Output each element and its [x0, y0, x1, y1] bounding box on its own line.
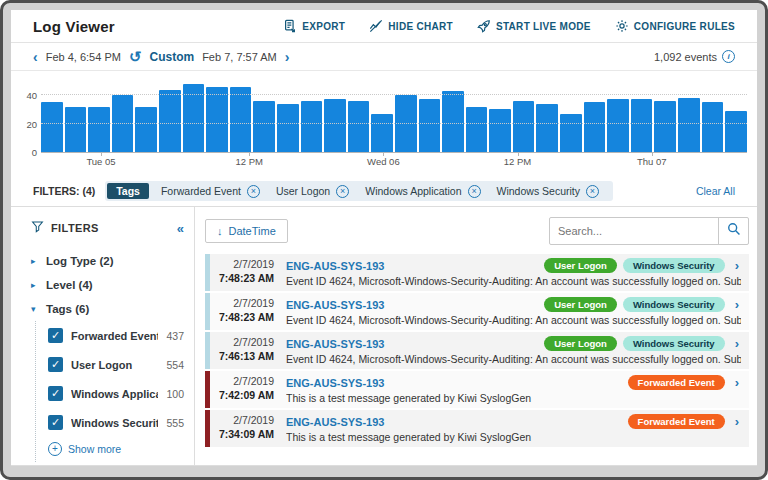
log-row[interactable]: 2/7/20197:34:09 AMENG-AUS-SYS-193Forward…: [205, 410, 749, 447]
checkbox-checked-icon[interactable]: ✓: [48, 415, 63, 430]
tag-pill-user-logon[interactable]: User Logon: [544, 297, 617, 312]
info-icon[interactable]: i: [722, 50, 735, 63]
tag-pill-windows-security[interactable]: Windows Security: [623, 297, 725, 312]
tag-pill-user-logon[interactable]: User Logon: [544, 258, 617, 273]
header-action-hide-chart[interactable]: HIDE CHART: [369, 19, 453, 35]
histogram-bar[interactable]: [584, 102, 606, 152]
histogram-bar[interactable]: [253, 101, 275, 152]
events-histogram: 02040 Tue 0512 PMWed 0612 PMThu 07: [11, 71, 757, 177]
tag-pill-user-logon[interactable]: User Logon: [544, 336, 617, 351]
histogram-bar[interactable]: [607, 99, 629, 152]
log-row[interactable]: 2/7/20197:48:23 AMENG-AUS-SYS-193User Lo…: [205, 254, 749, 291]
histogram-bar[interactable]: [277, 104, 299, 152]
histogram-bar[interactable]: [135, 107, 157, 152]
header-action-export[interactable]: EXPORT: [283, 19, 345, 35]
filter-item-windows-application[interactable]: ✓Windows Application100: [48, 379, 184, 408]
histogram-bar[interactable]: [348, 101, 370, 152]
log-time: 7:48:23 AM: [210, 272, 274, 284]
filter-group-log[interactable]: ▸Log Type (2): [31, 249, 184, 273]
header-action-configure-rules[interactable]: CONFIGURE RULES: [615, 19, 735, 35]
filter-item-forwarded-event[interactable]: ✓Forwarded Event437: [48, 321, 184, 350]
checkbox-checked-icon[interactable]: ✓: [48, 386, 63, 401]
filter-group-level[interactable]: ▸Level (4): [31, 273, 184, 297]
remove-filter-icon[interactable]: ×: [247, 185, 260, 198]
row-expand-chevron-icon[interactable]: ›: [731, 414, 741, 429]
caret-right-icon[interactable]: ▸: [31, 280, 40, 290]
log-host-link[interactable]: ENG-AUS-SYS-193: [286, 299, 384, 311]
tag-pill-forwarded-event[interactable]: Forwarded Event: [628, 414, 725, 429]
row-expand-chevron-icon[interactable]: ›: [731, 336, 741, 351]
caret-right-icon[interactable]: ▸: [31, 256, 40, 266]
filter-chip[interactable]: User Logon×: [268, 184, 353, 199]
filter-item-windows-security[interactable]: ✓Windows Security555: [48, 408, 184, 437]
histogram-bar[interactable]: [678, 98, 700, 152]
collapse-sidebar-icon[interactable]: «: [177, 221, 184, 236]
log-row-body: ENG-AUS-SYS-193User LogonWindows Securit…: [282, 332, 749, 369]
histogram-bar[interactable]: [466, 107, 488, 152]
log-host-link[interactable]: ENG-AUS-SYS-193: [286, 377, 384, 389]
log-time: 7:48:23 AM: [210, 311, 274, 323]
filter-chip[interactable]: Windows Security×: [489, 184, 603, 199]
histogram-bar[interactable]: [631, 99, 653, 152]
search-button[interactable]: [718, 218, 748, 244]
tag-pill-windows-security[interactable]: Windows Security: [623, 258, 725, 273]
histogram-bar[interactable]: [560, 114, 582, 152]
histogram-bar[interactable]: [324, 99, 346, 152]
log-host-link[interactable]: ENG-AUS-SYS-193: [286, 260, 384, 272]
log-date: 2/7/2019: [210, 336, 274, 348]
histogram-bar[interactable]: [702, 102, 724, 152]
histogram-bar[interactable]: [725, 111, 747, 152]
range-mode-label[interactable]: Custom: [149, 50, 194, 64]
checkbox-checked-icon[interactable]: ✓: [48, 328, 63, 343]
tag-pill-windows-security[interactable]: Windows Security: [623, 336, 725, 351]
filter-chip[interactable]: Windows Application×: [357, 184, 484, 199]
show-more-link[interactable]: +Show more: [48, 437, 184, 462]
log-host-link[interactable]: ENG-AUS-SYS-193: [286, 416, 384, 428]
row-expand-chevron-icon[interactable]: ›: [731, 258, 741, 273]
histogram-bar[interactable]: [442, 91, 464, 152]
log-row[interactable]: 2/7/20197:46:13 AMENG-AUS-SYS-193User Lo…: [205, 332, 749, 369]
histogram-bar[interactable]: [419, 99, 441, 152]
remove-filter-icon[interactable]: ×: [586, 185, 599, 198]
filter-group-badge: Tags: [107, 183, 149, 199]
histogram-bar[interactable]: [88, 107, 110, 152]
checkbox-checked-icon[interactable]: ✓: [48, 357, 63, 372]
clear-all-link[interactable]: Clear All: [696, 185, 735, 197]
row-expand-chevron-icon[interactable]: ›: [731, 375, 741, 390]
tag-pill-forwarded-event[interactable]: Forwarded Event: [628, 375, 725, 390]
filter-chip-label: Forwarded Event: [161, 185, 241, 197]
sort-datetime-button[interactable]: ↓ DateTime: [205, 219, 288, 243]
caret-down-icon[interactable]: ▾: [31, 304, 40, 314]
filter-group-tags[interactable]: ▾Tags (6): [31, 297, 184, 321]
histogram-bar[interactable]: [41, 102, 63, 152]
filter-item-user-logon[interactable]: ✓User Logon554: [48, 350, 184, 379]
histogram-bar[interactable]: [371, 114, 393, 152]
log-row[interactable]: 2/7/20197:42:09 AMENG-AUS-SYS-193Forward…: [205, 371, 749, 408]
filter-group-node[interactable]: ▸Node Name (1): [31, 462, 184, 465]
remove-filter-icon[interactable]: ×: [336, 185, 349, 198]
histogram-bar[interactable]: [654, 101, 676, 152]
log-host-link[interactable]: ENG-AUS-SYS-193: [286, 338, 384, 350]
histogram-bar[interactable]: [206, 87, 228, 152]
filter-chip[interactable]: Forwarded Event×: [153, 184, 264, 199]
reset-range-icon[interactable]: ↺: [129, 49, 142, 64]
histogram-bar[interactable]: [536, 104, 558, 152]
histogram-bar[interactable]: [489, 109, 511, 152]
row-expand-chevron-icon[interactable]: ›: [731, 297, 741, 312]
filter-group-label: Tags (6): [46, 303, 89, 315]
histogram-bar[interactable]: [301, 101, 323, 152]
filter-item-label: Windows Application: [71, 388, 158, 400]
histogram-bar[interactable]: [159, 90, 181, 152]
histogram-bar[interactable]: [230, 87, 252, 152]
log-row-body: ENG-AUS-SYS-193Forwarded Event›This is a…: [282, 410, 749, 447]
range-next-button[interactable]: ›: [285, 50, 290, 64]
histogram-bar[interactable]: [65, 107, 87, 152]
y-axis-tick-label: 20: [17, 119, 37, 130]
remove-filter-icon[interactable]: ×: [468, 185, 481, 198]
hide-chart-icon: [369, 19, 383, 35]
header-action-start-live-mode[interactable]: START LIVE MODE: [477, 19, 591, 35]
range-prev-button[interactable]: ‹: [33, 50, 38, 64]
histogram-bar[interactable]: [513, 101, 535, 152]
search-input[interactable]: [550, 225, 718, 237]
log-row[interactable]: 2/7/20197:48:23 AMENG-AUS-SYS-193User Lo…: [205, 293, 749, 330]
